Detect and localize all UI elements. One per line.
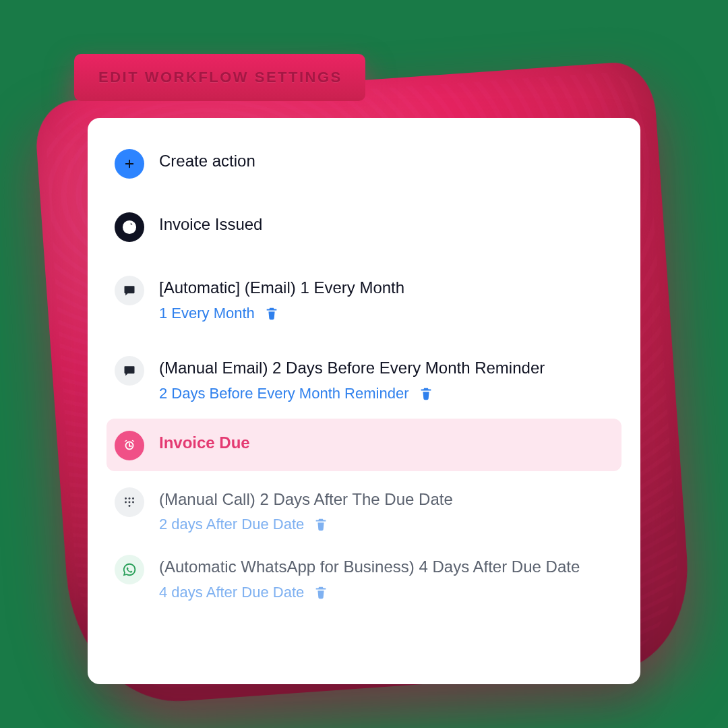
invoice-due-row[interactable]: Invoice Due <box>107 419 621 471</box>
plus-icon <box>115 149 144 179</box>
workflow-card: Create action Invoice Issued <box>88 118 640 684</box>
cta-label: EDIT WORKFLOW SETTINGS <box>98 69 342 86</box>
manual-call-row[interactable]: (Manual Call) 2 Days After The Due Date … <box>107 477 621 545</box>
whatsapp-row[interactable]: (Automatic WhatsApp for Business) 4 Days… <box>107 544 621 612</box>
automatic-email-title: [Automatic] (Email) 1 Every Month <box>159 278 621 298</box>
delete-icon[interactable] <box>313 585 328 600</box>
svg-point-1 <box>125 497 127 499</box>
document-icon <box>115 212 144 242</box>
svg-point-4 <box>125 501 127 503</box>
whatsapp-icon <box>115 555 144 584</box>
svg-point-6 <box>132 501 134 503</box>
automatic-email-schedule-link[interactable]: 1 Every Month <box>159 305 255 322</box>
svg-point-7 <box>129 505 131 507</box>
create-action-row[interactable]: Create action <box>107 138 621 189</box>
delete-icon[interactable] <box>419 386 433 401</box>
alarm-icon <box>115 431 144 460</box>
whatsapp-title: (Automatic WhatsApp for Business) 4 Days… <box>159 557 621 577</box>
svg-point-5 <box>129 501 131 503</box>
invoice-due-label: Invoice Due <box>159 433 613 453</box>
edit-workflow-settings-button[interactable]: EDIT WORKFLOW SETTINGS <box>74 54 365 101</box>
message-icon <box>115 356 144 386</box>
manual-call-schedule-link[interactable]: 2 days After Due Date <box>159 516 304 533</box>
invoice-issued-row[interactable]: Invoice Issued <box>107 202 621 253</box>
delete-icon[interactable] <box>264 306 279 321</box>
keypad-icon <box>115 487 144 517</box>
manual-call-title: (Manual Call) 2 Days After The Due Date <box>159 490 621 510</box>
manual-email-row[interactable]: (Manual Email) 2 Days Before Every Month… <box>107 345 621 413</box>
delete-icon[interactable] <box>313 517 328 532</box>
automatic-email-row[interactable]: [Automatic] (Email) 1 Every Month 1 Ever… <box>107 265 621 333</box>
svg-point-2 <box>129 497 131 499</box>
manual-email-schedule-link[interactable]: 2 Days Before Every Month Reminder <box>159 385 409 402</box>
invoice-issued-label: Invoice Issued <box>159 215 621 235</box>
create-action-label: Create action <box>159 152 621 171</box>
message-icon <box>115 276 144 305</box>
whatsapp-schedule-link[interactable]: 4 days After Due Date <box>159 584 304 601</box>
svg-point-3 <box>132 497 134 499</box>
manual-email-title: (Manual Email) 2 Days Before Every Month… <box>159 359 621 378</box>
